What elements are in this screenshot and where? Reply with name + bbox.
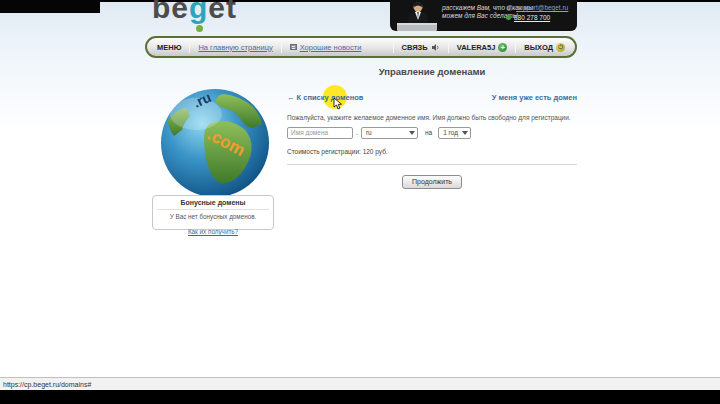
top-black-line [0,0,720,2]
power-icon: ⏻ [556,43,565,52]
registration-price-text: Стоимость регистрации: 120 руб. [287,148,577,155]
news-icon [290,44,297,50]
main-navigation-bar: МЕНЮ На главную страницу Хорошие новости… [145,36,577,58]
nav-separator [393,41,394,53]
nav-home-link[interactable]: На главную страницу [198,43,272,52]
chevron-down-icon [407,128,417,138]
chevron-down-icon [460,128,470,138]
logo-part-be: be [152,0,189,24]
period-for-label: на [425,129,432,136]
form-instruction-text: Пожалуйста, укажите желаемое доменное им… [287,114,577,121]
already-have-domain-link[interactable]: У меня уже есть домен [492,93,577,102]
support-assistant-banner: расскажем Вам, что и как мы можем для Ва… [390,0,577,31]
logo-part-et: et [208,0,237,24]
status-bar-url: https://cp.beget.ru/domains# [0,381,91,388]
email-icon: @ [506,4,513,11]
mouse-cursor [333,97,343,110]
bottom-black-bar [0,390,720,404]
logo-green-dot [196,25,203,32]
nav-username-label: VALERA5J [457,43,496,52]
back-to-domain-list-link[interactable]: ← К списку доменов [287,93,363,102]
support-email-link[interactable]: support@beget.ru [516,4,568,11]
bonus-domains-title: Бонусные домены [153,199,273,206]
nav-logout-button[interactable]: ВЫХОД ⏻ [524,43,565,52]
domain-registration-form: . ru на 1 год [287,126,577,139]
nav-menu-button[interactable]: МЕНЮ [157,43,181,52]
page-title: Управление доменами [287,66,577,77]
tld-select[interactable]: ru [361,127,418,139]
period-select[interactable]: 1 год [438,127,471,139]
nav-news-link[interactable]: Хорошие новости [290,43,362,52]
nav-contact-label: СВЯЗЬ [402,43,428,52]
support-phone-link[interactable]: 880 278 700 [514,14,550,21]
domain-management-content: Управление доменами ← К списку доменов У… [287,66,577,189]
nav-contact-button[interactable]: СВЯЗЬ [402,43,440,52]
links-row: ← К списку доменов У меня уже есть домен [287,93,577,103]
period-selected-value: 1 год [443,129,458,136]
browser-page: beget расскажем Вам, что и как мы можем … [0,0,720,404]
support-phone-row: 880 278 700 [506,14,576,21]
nav-news-label: Хорошие новости [300,43,362,52]
nav-separator [515,41,516,53]
bonus-empty-text: У Вас нет бонусных доменов. [153,213,273,220]
tld-selected-value: ru [366,129,372,136]
add-account-icon[interactable]: + [498,43,507,52]
support-contacts: @ support@beget.ru 880 278 700 [506,4,576,24]
form-divider [287,164,577,165]
bonus-domains-panel: Бонусные домены У Вас нет бонусных домен… [152,195,274,230]
globe-illustration: .ru .com [158,86,272,204]
phone-icon [506,15,511,20]
top-left-black-region [0,0,100,13]
continue-button[interactable]: Продолжить [402,175,462,189]
beget-logo[interactable]: beget [152,0,237,25]
submit-row: Продолжить [287,170,577,189]
speaker-icon [431,43,440,52]
domain-name-input[interactable] [287,127,353,139]
dot-separator: . [356,129,358,136]
browser-status-bar: https://cp.beget.ru/domains# [0,377,720,390]
nav-separator [448,41,449,53]
bonus-how-to-link[interactable]: Как их получить? [188,228,238,235]
support-agent-image [394,0,440,31]
bonus-divider [157,209,269,210]
support-email-row: @ support@beget.ru [506,4,576,11]
nav-separator [281,41,282,53]
nav-user-account[interactable]: VALERA5J + [457,43,508,52]
nav-separator [189,41,190,53]
nav-logout-label: ВЫХОД [524,43,553,52]
logo-part-g: g [189,0,208,24]
